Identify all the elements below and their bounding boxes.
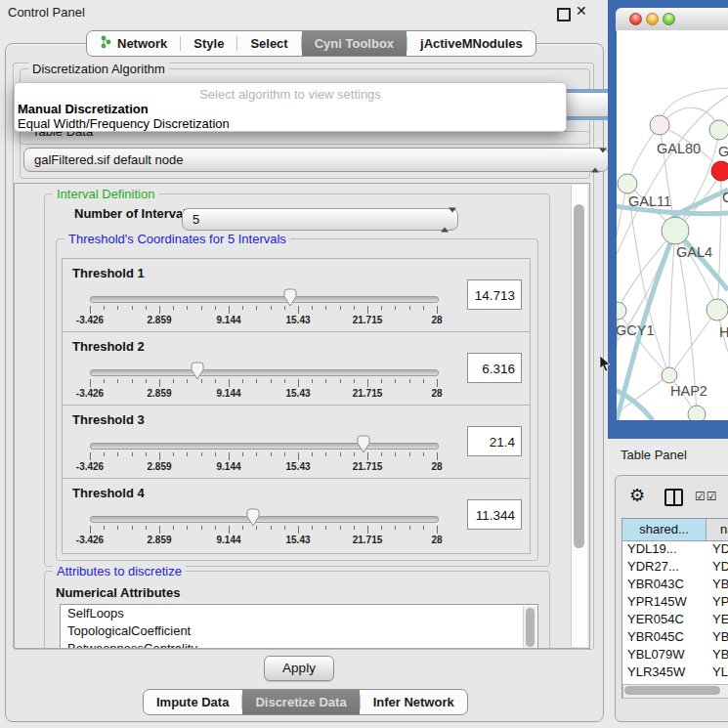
tick	[354, 379, 355, 383]
tick-label: 2.859	[147, 388, 171, 399]
node-attribute-table[interactable]: shared...na YDL19...YDL1YDR27...YDR2YBR0…	[621, 518, 728, 699]
tab-network[interactable]: Network	[87, 31, 180, 56]
number-of-intervals-combobox[interactable]: 5	[182, 208, 458, 231]
tick	[132, 452, 133, 456]
number-of-intervals-label: Number of Intervals	[74, 206, 193, 221]
minimize-traffic-light-icon[interactable]	[646, 13, 659, 25]
table-column-header[interactable]: shared...	[622, 519, 707, 541]
slider-scale	[90, 526, 437, 534]
settings-vertical-scrollbar[interactable]	[571, 185, 587, 647]
table-row[interactable]: YER054CYER0	[622, 612, 728, 629]
network-node-GCY1[interactable]	[617, 302, 626, 320]
network-window-titlebar[interactable]	[616, 8, 728, 31]
network-node-pink-node[interactable]	[650, 115, 669, 135]
tick-label: 15.43	[285, 535, 310, 545]
slider-thumb[interactable]	[282, 288, 298, 307]
threshold-value-box[interactable]: 11.344	[467, 499, 522, 530]
tick	[381, 306, 382, 310]
algorithm-dropdown-popup: Select algorithm to view settings Manual…	[14, 82, 567, 132]
threshold-value-box[interactable]: 14.713	[467, 279, 522, 310]
network-edge[interactable]	[617, 184, 627, 269]
close-icon[interactable]: ✕	[576, 3, 587, 19]
tick-label: 2.859	[147, 535, 171, 545]
tab-infer-network[interactable]: Infer Network	[361, 690, 467, 714]
tick-label: -3.426	[76, 535, 104, 545]
network-node-GAL4[interactable]	[662, 217, 689, 244]
slider-thumb[interactable]	[190, 362, 205, 380]
tab-label: Discretize Data	[255, 695, 346, 709]
tab-discretize-data[interactable]: Discretize Data	[242, 690, 359, 714]
network-node-label: GAL80	[657, 141, 701, 156]
network-node-HAP2[interactable]	[662, 367, 677, 383]
tick	[298, 452, 299, 460]
tick	[90, 452, 91, 460]
threshold-label: Threshold 2	[72, 339, 145, 354]
tick	[423, 526, 424, 530]
attributes-group-label: Attributes to discretize	[53, 564, 186, 578]
list-item[interactable]: SelfLoops	[61, 605, 537, 622]
table-horizontal-scrollbar[interactable]	[622, 684, 728, 699]
tab-cyni-toolbox[interactable]: Cyni Toolbox	[302, 31, 407, 56]
table-row[interactable]: YDR27...YDR2	[622, 559, 728, 577]
numerical-attributes-list[interactable]: SelfLoopsTopologicalCoefficientBetweenne…	[60, 604, 538, 649]
tab-impute-data[interactable]: Impute Data	[144, 690, 241, 714]
close-traffic-light-icon[interactable]	[629, 13, 642, 25]
threshold-value-box[interactable]: 21.4	[467, 426, 522, 456]
table-row[interactable]: YBR045CYBR0	[622, 629, 728, 647]
attributes-scrollbar[interactable]	[523, 606, 536, 649]
float-window-icon[interactable]	[557, 8, 571, 21]
slider-track[interactable]	[90, 369, 439, 376]
tab-label: jActiveMNodules	[420, 36, 523, 51]
table-data-combobox[interactable]: galFiltered.sif default node	[23, 148, 609, 172]
popup-item-equal-width-frequency[interactable]: Equal Width/Frequency Discretization	[18, 116, 230, 131]
tick	[325, 306, 326, 310]
network-node-selected-red-node[interactable]	[711, 161, 728, 181]
numerical-attributes-heading: Numerical Attributes	[56, 585, 180, 600]
table-cell: YLR3	[707, 664, 728, 682]
scrollbar-thumb[interactable]	[574, 204, 584, 548]
tick	[367, 379, 368, 387]
list-item[interactable]: BetweennessCentrality	[61, 640, 537, 649]
threshold-row-3: Threshold 3-3.4262.8599.14415.4321.71528…	[62, 405, 531, 481]
threshold-value-box[interactable]: 6.316	[467, 353, 522, 383]
slider-thumb[interactable]	[245, 508, 261, 527]
slider-track[interactable]	[90, 443, 439, 450]
network-node-bottom-node[interactable]	[688, 406, 706, 420]
slider-thumb[interactable]	[356, 435, 371, 453]
network-edge[interactable]	[660, 88, 728, 125]
columns-icon[interactable]	[664, 489, 683, 506]
network-canvas[interactable]: GAL80GACGAL11GAL4GCY1HHAP2	[617, 30, 728, 420]
table-row[interactable]: YBR043CYBR0	[622, 577, 728, 594]
tab-select[interactable]: Select	[237, 31, 300, 56]
slider-track[interactable]	[90, 516, 439, 523]
slider-scale	[90, 379, 437, 387]
network-edge[interactable]	[669, 231, 675, 375]
table-column-header[interactable]: na	[707, 519, 728, 541]
tick	[354, 306, 355, 310]
apply-button[interactable]: Apply	[264, 656, 334, 681]
slider-track[interactable]	[90, 296, 439, 303]
tick	[423, 306, 424, 310]
tab-label: Style	[193, 36, 224, 51]
gear-icon[interactable]: ⚙	[629, 485, 645, 505]
slider-scale-labels: -3.4262.8599.14415.4321.71528	[90, 315, 437, 326]
network-node-H-node[interactable]	[707, 299, 728, 321]
tick	[201, 379, 202, 383]
tab-style[interactable]: Style	[181, 31, 236, 56]
tick	[340, 526, 341, 530]
popup-item-manual-discretization[interactable]: Manual Discretization	[18, 102, 149, 116]
tick	[340, 379, 341, 383]
tick	[146, 379, 147, 383]
network-node-GAL11[interactable]	[618, 174, 637, 193]
tab-jactivemnodules[interactable]: jActiveMNodules	[407, 31, 535, 56]
table-row[interactable]: YPR145WYPR1	[622, 594, 728, 612]
table-row[interactable]: YLR345WYLR3	[622, 664, 728, 682]
checkbox-pair-icon[interactable]: ☑☑	[695, 490, 718, 503]
threshold-row-1: Threshold 1-3.4262.8599.14415.4321.71528…	[62, 258, 531, 334]
zoom-traffic-light-icon[interactable]	[663, 13, 675, 25]
table-row[interactable]: YDL19...YDL1	[622, 541, 728, 559]
network-node-top-right-node[interactable]	[709, 120, 728, 140]
table-row[interactable]: YBL079WYBL0	[622, 647, 728, 664]
list-item[interactable]: TopologicalCoefficient	[61, 622, 537, 640]
tick-label: 21.715	[353, 315, 383, 325]
